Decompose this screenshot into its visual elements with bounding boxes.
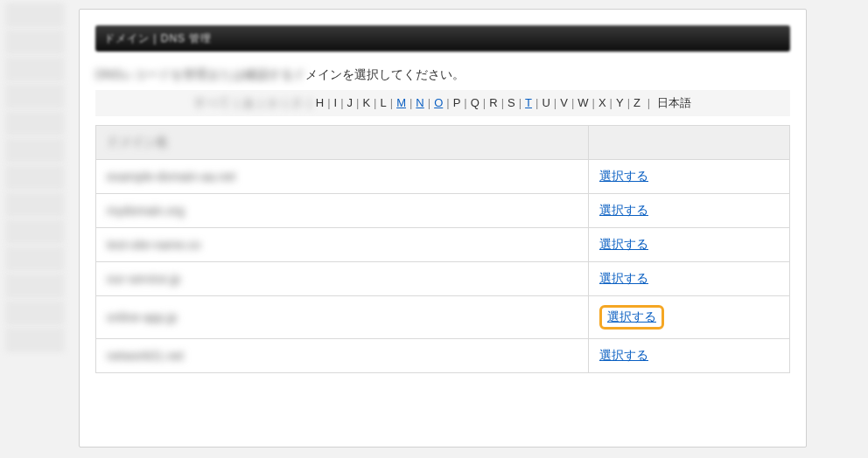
alpha-filter-Z: Z <box>634 96 640 109</box>
panel-title: ドメイン | DNS 管理 <box>104 31 212 46</box>
panel-titlebar: ドメイン | DNS 管理 <box>95 25 790 52</box>
alpha-filter-N[interactable]: N <box>416 96 424 109</box>
table-row: test-site-name.co選択する <box>96 228 790 262</box>
action-cell: 選択する <box>589 262 790 296</box>
action-cell: 選択する <box>589 194 790 228</box>
action-cell: 選択する <box>589 339 790 373</box>
instruction-text: DNSレコードを管理または確認するドメインを選択してください。 <box>95 67 790 83</box>
alpha-filter-T[interactable]: T <box>525 96 532 109</box>
alpha-filter-S: S <box>508 96 515 109</box>
main-panel: ドメイン | DNS 管理 DNSレコードを管理または確認するドメインを選択して… <box>79 9 807 448</box>
domain-table: ドメイン名 example-domain-aa.net選択するmydomain.… <box>95 125 790 373</box>
table-row: network01.net選択する <box>96 339 790 373</box>
action-cell: 選択する <box>589 160 790 194</box>
highlighted-select: 選択する <box>599 305 664 330</box>
alpha-filter-H: H <box>316 96 324 109</box>
table-header-domain: ドメイン名 <box>96 126 589 160</box>
alpha-filter-X: X <box>598 96 606 109</box>
sidebar <box>0 0 70 458</box>
select-link[interactable]: 選択する <box>599 203 648 217</box>
alpha-filter-Q: Q <box>471 96 480 109</box>
alpha-filter-bar: すべて | あ | か | さ | H|I|J|K|L|M|N|O|P|Q|R|… <box>95 90 790 116</box>
action-cell: 選択する <box>589 228 790 262</box>
alpha-filter-V: V <box>560 96 568 109</box>
alpha-filter-U: U <box>542 96 550 109</box>
alpha-filter-W: W <box>578 96 588 109</box>
alpha-filter-Y: Y <box>616 96 624 109</box>
domain-cell: mydomain.org <box>96 194 589 228</box>
domain-cell: test-site-name.co <box>96 228 589 262</box>
select-link[interactable]: 選択する <box>607 309 656 323</box>
alpha-filter-L: L <box>381 96 387 109</box>
alpha-filter-O[interactable]: O <box>434 96 443 109</box>
select-link[interactable]: 選択する <box>599 271 648 285</box>
alpha-filter-lead: すべて | あ | か | さ | <box>194 96 315 109</box>
select-link[interactable]: 選択する <box>599 169 648 183</box>
domain-cell: example-domain-aa.net <box>96 160 589 194</box>
table-row: online-app.jp選択する <box>96 296 790 339</box>
alpha-filter-R: R <box>489 96 497 109</box>
table-header-action <box>589 126 790 160</box>
select-link[interactable]: 選択する <box>599 237 648 251</box>
domain-cell: network01.net <box>96 339 589 373</box>
table-row: mydomain.org選択する <box>96 194 790 228</box>
alpha-filter-japanese[interactable]: 日本語 <box>657 96 691 109</box>
alpha-filter-M[interactable]: M <box>396 96 406 109</box>
domain-cell: online-app.jp <box>96 296 589 339</box>
table-row: our-service.jp選択する <box>96 262 790 296</box>
select-link[interactable]: 選択する <box>599 348 648 362</box>
domain-cell: our-service.jp <box>96 262 589 296</box>
action-cell: 選択する <box>589 296 790 339</box>
alpha-filter-K: K <box>362 96 370 109</box>
table-row: example-domain-aa.net選択する <box>96 160 790 194</box>
